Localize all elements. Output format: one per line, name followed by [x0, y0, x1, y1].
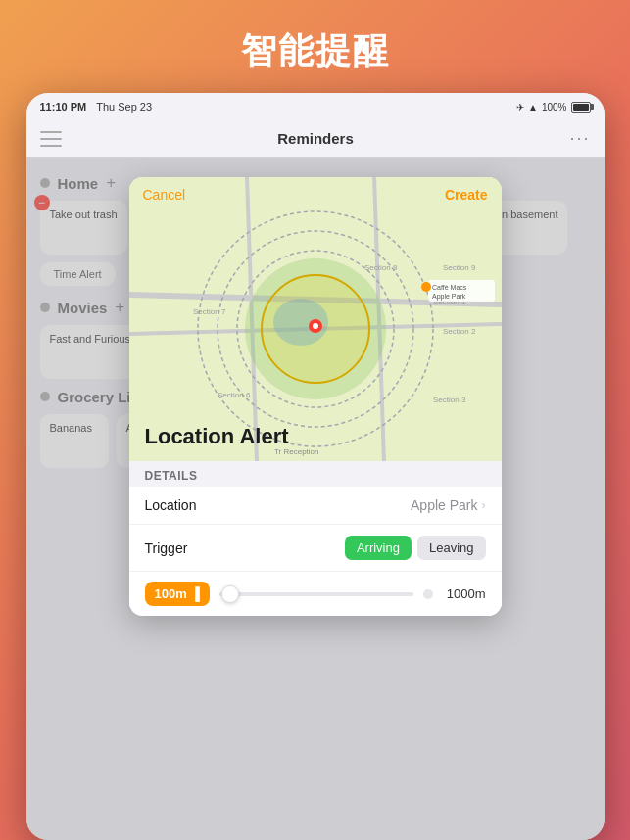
- status-time: 11:10 PM: [40, 101, 87, 113]
- page-title: 智能提醒: [241, 0, 390, 93]
- more-options-button[interactable]: ···: [569, 128, 590, 149]
- slider-end-dot: [423, 589, 433, 599]
- svg-text:Section 9: Section 9: [443, 263, 476, 272]
- svg-text:Caffè Macs: Caffè Macs: [432, 284, 467, 291]
- wifi-icon: ▲: [528, 102, 538, 113]
- status-right: ✈ ▲ 100%: [516, 102, 590, 113]
- arriving-button[interactable]: Arriving: [345, 536, 412, 560]
- svg-point-23: [421, 282, 431, 292]
- nav-bar: Reminders ···: [26, 120, 605, 158]
- svg-text:Section 6: Section 6: [218, 391, 251, 399]
- create-button[interactable]: Create: [445, 187, 488, 203]
- slider-max-label: 1000m: [447, 586, 486, 601]
- slider-track[interactable]: [219, 592, 413, 596]
- location-alert-label: Location Alert: [145, 424, 289, 449]
- modal-overlay: Cancel Create: [26, 158, 605, 840]
- svg-text:Section 8: Section 8: [364, 263, 398, 272]
- svg-point-12: [313, 323, 318, 329]
- trigger-row: Trigger Arriving Leaving: [129, 525, 502, 572]
- details-section: Details Location Apple Park › Trigger: [129, 461, 502, 616]
- status-bar: 11:10 PM Thu Sep 23 ✈ ▲ 100%: [26, 93, 605, 120]
- slider-thumb[interactable]: [221, 585, 239, 603]
- nav-title: Reminders: [277, 130, 354, 147]
- trigger-buttons: Arriving Leaving: [345, 536, 486, 560]
- content-area: Home + − Take out trash Clean the window…: [26, 158, 605, 840]
- svg-text:Section 2: Section 2: [443, 327, 476, 336]
- location-chevron-icon: ›: [482, 498, 486, 512]
- slider-min-label: 100m ▐: [145, 582, 210, 606]
- slider-handle-icon: ▐: [191, 586, 200, 601]
- ipad-frame: 11:10 PM Thu Sep 23 ✈ ▲ 100% Reminders ·…: [26, 93, 605, 840]
- leaving-button[interactable]: Leaving: [417, 536, 486, 560]
- location-value: Apple Park ›: [411, 497, 485, 513]
- svg-text:Section 3: Section 3: [433, 396, 466, 404]
- airplane-icon: ✈: [516, 102, 524, 113]
- battery-icon: 100%: [542, 102, 567, 113]
- location-label: Location: [145, 497, 197, 513]
- details-header: Details: [129, 461, 502, 487]
- trigger-label: Trigger: [145, 540, 188, 556]
- status-date: Thu Sep 23: [96, 101, 152, 113]
- sidebar-toggle-button[interactable]: [40, 131, 62, 147]
- svg-text:Section 7: Section 7: [193, 307, 226, 316]
- slider-row: 100m ▐ 1000m: [129, 572, 502, 616]
- cancel-button[interactable]: Cancel: [143, 187, 186, 203]
- map-area[interactable]: Cancel Create: [129, 177, 502, 461]
- location-alert-modal: Cancel Create: [129, 177, 502, 616]
- modal-topbar: Cancel Create: [129, 177, 502, 212]
- location-row[interactable]: Location Apple Park ›: [129, 487, 502, 525]
- svg-text:Apple Park: Apple Park: [432, 293, 466, 301]
